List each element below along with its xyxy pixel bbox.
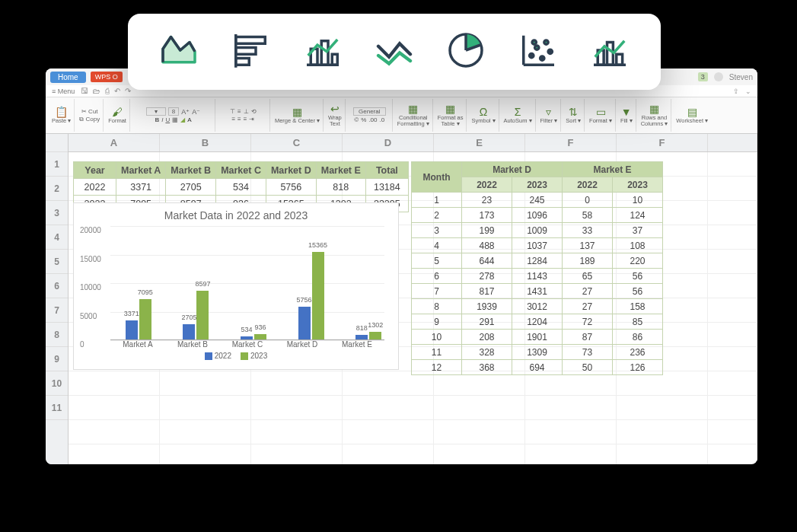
align-left-icon[interactable]: ≡ [231,116,235,123]
save-icon[interactable]: 🖫 [81,87,88,95]
table-cell[interactable]: 56 [613,269,663,284]
table-cell[interactable]: 86 [613,330,663,345]
table-cell[interactable]: 87 [563,330,613,345]
fill-color-icon[interactable]: ◢ [180,116,185,123]
table-cell[interactable]: 10 [613,193,663,208]
chevron-down-icon[interactable]: ⌄ [745,88,751,95]
align-middle-icon[interactable]: ≡ [238,108,241,115]
table-cell[interactable]: 1037 [512,238,563,253]
home-tab[interactable]: Home [50,72,86,83]
decrease-font-icon[interactable]: A⁻ [192,108,200,116]
table-cell[interactable]: 37 [613,223,663,238]
font-color-icon[interactable]: A [187,116,191,123]
table-cell[interactable]: 0 [563,193,613,208]
format-painter-icon[interactable]: 🖌 [112,107,123,117]
table-cell[interactable]: 1284 [512,253,563,269]
symbol-button[interactable]: Symbol ▾ [471,118,495,124]
table-cell[interactable]: 65 [563,269,613,284]
comma-icon[interactable]: .00 [368,116,377,123]
redo-icon[interactable]: ↷ [125,87,131,95]
table-cell[interactable]: 6 [412,269,462,284]
area-chart-icon[interactable] [158,29,200,75]
table-cell[interactable]: 694 [512,360,563,375]
table-cell[interactable]: 5 [412,253,462,269]
table-cell[interactable]: 56 [613,284,663,299]
table-cell[interactable]: 291 [462,314,512,330]
row-header[interactable]: 10 [46,371,68,396]
table-cell[interactable]: 137 [563,238,613,253]
table-cell[interactable]: 1143 [512,269,563,284]
filter-icon[interactable]: ▿ [546,107,551,117]
open-icon[interactable]: 🗁 [93,87,100,95]
sort-button[interactable]: Sort ▾ [566,118,581,124]
format-as-table-button[interactable]: Format as Table ▾ [438,115,464,128]
table-cell[interactable]: 189 [563,253,613,269]
table-cell[interactable]: 158 [613,299,663,314]
table-cell[interactable]: 368 [462,360,512,375]
embedded-chart[interactable]: Market Data in 2022 and 2023 05000100001… [73,202,399,370]
undo-icon[interactable]: ↶ [114,87,120,95]
autosum-icon[interactable]: Σ [515,107,521,117]
table-cell[interactable]: 1431 [512,284,563,299]
scatter-chart-icon[interactable] [517,29,559,75]
table-cell[interactable]: 173 [462,208,512,223]
paste-button[interactable]: Paste ▾ [52,118,71,124]
table-cell[interactable]: 278 [462,269,512,284]
format-cells-button[interactable]: Format ▾ [589,118,612,124]
bar-chart-icon[interactable] [301,29,344,75]
symbol-icon[interactable]: Ω [480,107,487,117]
cut-button[interactable]: ✂ Cut [81,108,98,115]
table-cell[interactable]: 488 [462,238,512,253]
table-cell[interactable]: 2705 [166,179,216,196]
align-top-icon[interactable]: ⊤ [230,108,235,115]
percent-icon[interactable]: % [361,116,366,123]
column-header[interactable]: F [525,134,617,151]
merge-icon[interactable]: ▦ [292,107,302,117]
table-cell[interactable]: 3 [412,223,462,238]
sort-icon[interactable]: ⇅ [569,107,578,117]
table-cell[interactable]: 3012 [512,299,563,314]
column-header[interactable]: F [617,134,708,151]
row-header[interactable]: 7 [46,298,68,323]
table-cell[interactable]: 5756 [266,179,316,196]
paste-icon[interactable]: 📋 [55,107,68,117]
conditional-formatting-icon[interactable]: ▦ [408,104,418,114]
table-cell[interactable]: 33 [563,223,613,238]
copy-button[interactable]: ⧉ Copy [79,116,100,123]
table-cell[interactable]: 4 [412,238,462,253]
table-cell[interactable]: 2 [412,208,462,223]
worksheet-icon[interactable]: ▤ [687,107,697,117]
format-cells-icon[interactable]: ▭ [596,107,606,117]
table-cell[interactable]: 8 [412,299,462,314]
monthly-table[interactable]: MonthMarket DMarket E2022202320222023123… [411,161,663,375]
underline-button[interactable]: U [165,116,170,123]
font-select[interactable]: ▾ [146,107,166,116]
line-chart-icon[interactable] [373,29,416,75]
table-cell[interactable]: 124 [613,208,663,223]
table-cell[interactable]: 534 [216,179,266,196]
table-cell[interactable]: 73 [563,345,613,360]
table-cell[interactable]: 50 [563,360,613,375]
share-icon[interactable]: ⇪ [733,88,739,95]
app-tab[interactable]: WPS O [91,72,123,82]
horizontal-bar-icon[interactable] [229,29,272,75]
fill-button[interactable]: Fill ▾ [620,118,633,124]
column-header[interactable]: D [343,134,434,151]
row-header[interactable]: 6 [46,274,68,298]
increase-font-icon[interactable]: A⁺ [181,108,190,116]
table-cell[interactable]: 9 [412,314,462,330]
row-header[interactable]: 9 [46,347,68,371]
table-cell[interactable]: 10 [412,330,462,345]
table-cell[interactable]: 818 [316,179,365,196]
border-button[interactable]: ▦ [172,116,178,123]
table-cell[interactable]: 1096 [512,208,563,223]
rows-columns-icon[interactable]: ▦ [649,104,659,114]
column-header[interactable]: C [251,134,343,151]
table-cell[interactable]: 72 [563,314,613,330]
table-cell[interactable]: 13184 [365,179,408,196]
conditional-formatting-button[interactable]: Conditional Formatting ▾ [397,115,429,128]
rows-columns-button[interactable]: Rows and Columns ▾ [641,115,668,128]
align-right-icon[interactable]: ≡ [244,116,247,123]
column-header[interactable]: B [160,134,251,151]
table-cell[interactable]: 817 [462,284,512,299]
